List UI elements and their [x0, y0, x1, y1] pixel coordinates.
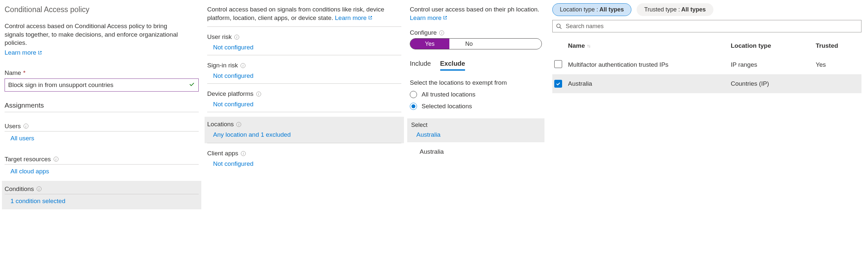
radio-selected-locations[interactable]: Selected locations [410, 103, 542, 110]
toggle-yes[interactable]: Yes [410, 38, 450, 49]
chip-location-type[interactable]: Location type : All types [552, 3, 631, 16]
required-asterisk: * [23, 70, 26, 77]
target-resources-item[interactable]: Target resources i All cloud apps [2, 148, 201, 178]
select-title: Select [411, 122, 542, 129]
selected-location-row: Australia [410, 142, 542, 160]
conditions-label: Conditions [5, 186, 34, 193]
chip-trusted-type[interactable]: Trusted type : All types [637, 3, 713, 16]
condition-signin-risk[interactable]: Sign-in risk i Not configured [207, 55, 401, 84]
learn-more-label: Learn more [335, 14, 367, 22]
learn-more-label: Learn more [5, 49, 36, 56]
select-locations-block[interactable]: Select Australia [407, 118, 545, 142]
row-name: Multifactor authentication trusted IPs [568, 61, 731, 68]
name-input-value: Block sign in from unsupport countries [8, 81, 114, 89]
info-icon[interactable]: i [24, 123, 28, 129]
locations-intro: Control user access based on their ph lo… [410, 6, 539, 13]
radio-icon [410, 91, 417, 98]
name-label: Name * [5, 70, 199, 77]
target-resources-value: All cloud apps [5, 165, 199, 178]
conditions-item[interactable]: Conditions i 1 condition selected [2, 181, 201, 209]
learn-more-label: Learn more [410, 14, 441, 22]
radio-all-trusted[interactable]: All trusted locations [410, 91, 542, 98]
table-header: Name ↑↓ Location type Trusted [552, 36, 862, 55]
target-resources-label: Target resources [5, 156, 51, 163]
page-title: Conditional Access policy [5, 5, 199, 14]
condition-user-risk[interactable]: User risk i Not configured [207, 27, 401, 55]
checkbox[interactable] [554, 60, 562, 68]
tab-include[interactable]: Include [410, 60, 431, 71]
learn-more-link[interactable]: Learn more [335, 14, 373, 22]
condition-device-platforms[interactable]: Device platforms i Not configured [207, 84, 401, 112]
users-value: All users [5, 132, 199, 145]
configure-toggle[interactable]: Yes No [410, 38, 542, 49]
row-type: IP ranges [731, 61, 816, 68]
conditions-value: 1 condition selected [5, 194, 199, 209]
external-link-icon [368, 16, 373, 20]
locations-table: Name ↑↓ Location type Trusted Multifacto… [552, 36, 862, 93]
check-icon [556, 81, 561, 86]
table-row[interactable]: Australia Countries (IP) [552, 74, 862, 93]
table-row[interactable]: Multifactor authentication trusted IPs I… [552, 55, 862, 74]
col-location-type[interactable]: Location type [731, 42, 816, 49]
row-type: Countries (IP) [731, 80, 816, 87]
row-trusted: Yes [816, 61, 862, 68]
checkbox[interactable] [554, 80, 562, 88]
info-icon[interactable]: i [241, 63, 245, 68]
assignments-heading: Assignments [5, 102, 199, 112]
external-link-icon [443, 16, 447, 20]
toggle-no[interactable]: No [450, 38, 489, 49]
configure-label: Configure [410, 29, 437, 36]
users-item[interactable]: Users i All users [2, 115, 201, 145]
search-icon [556, 23, 562, 29]
info-icon[interactable]: i [37, 187, 41, 191]
radio-icon [410, 103, 417, 110]
exclude-description: Select the locations to exempt from [410, 79, 542, 86]
info-icon[interactable]: i [256, 91, 261, 96]
locations-column: Control user access based on their ph lo… [405, 0, 546, 278]
info-icon[interactable]: i [241, 151, 246, 156]
select-value: Australia [411, 129, 542, 138]
check-icon [189, 81, 195, 89]
info-icon[interactable]: i [54, 157, 59, 162]
learn-more-link[interactable]: Learn more [410, 14, 447, 22]
sort-icon: ↑↓ [587, 43, 590, 48]
include-exclude-tabs: Include Exclude [410, 60, 542, 71]
search-field[interactable] [565, 23, 858, 30]
row-name: Australia [568, 80, 731, 87]
users-label: Users [5, 123, 21, 130]
learn-more-link[interactable]: Learn more [5, 49, 199, 56]
name-input[interactable]: Block sign in from unsupport countries [5, 79, 199, 91]
col-trusted[interactable]: Trusted [816, 42, 862, 49]
location-picker-panel: Location type : All types Trusted type :… [546, 0, 868, 278]
col-name[interactable]: Name ↑↓ [568, 42, 731, 49]
search-input[interactable] [552, 20, 862, 32]
condition-client-apps[interactable]: Client apps i Not configured [207, 143, 401, 171]
svg-point-0 [557, 24, 560, 27]
tab-exclude[interactable]: Exclude [440, 60, 465, 71]
external-link-icon [38, 50, 42, 55]
policy-main-column: Conditional Access policy Control access… [0, 0, 203, 278]
exclude-radio-group: All trusted locations Selected locations [410, 91, 542, 110]
condition-locations[interactable]: Locations i Any location and 1 excluded [205, 117, 404, 143]
info-icon[interactable]: i [236, 122, 241, 127]
conditions-column: Control access based on signals from con… [203, 0, 405, 278]
info-icon[interactable]: i [234, 35, 239, 39]
info-icon[interactable]: i [439, 30, 444, 35]
intro-text: Control access based on Conditional Acce… [5, 22, 188, 47]
